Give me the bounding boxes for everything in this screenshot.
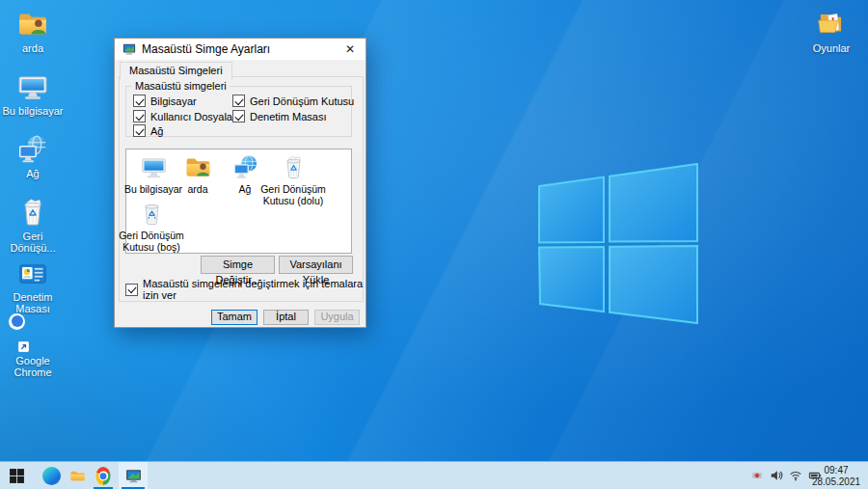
desktop-icon-recycle-bin[interactable]: Geri Dönüşü... (0, 196, 66, 254)
desktop-icon-network[interactable]: Ağ (0, 133, 66, 179)
checkbox-allow-themes[interactable]: Masaüstü simgelerini değiştirmek için te… (125, 278, 366, 301)
checkbox-label: Bilgisayar (150, 95, 197, 107)
checkbox-recycle-bin[interactable]: Geri Dönüşüm Kutusu (232, 95, 354, 107)
desktop-icon-label: Geri Dönüşü... (10, 231, 55, 254)
checkbox-box[interactable] (232, 95, 245, 107)
checkbox-label: Kullanıcı Dosyaları (150, 111, 239, 122)
windows-start-icon (9, 468, 25, 484)
desktop-icon-oyunlar[interactable]: Oyunlar (799, 8, 864, 54)
clock-date: 28.05.2021 (808, 476, 864, 488)
checkbox-label: Geri Dönüşüm Kutusu (250, 95, 354, 107)
group-label: Masaüstü simgeleri (132, 80, 230, 92)
checkbox-computer[interactable]: Bilgisayar (133, 95, 197, 107)
display-settings-icon (125, 468, 142, 484)
tab-desktop-icons[interactable]: Masaüstü Simgeleri (120, 62, 232, 79)
recycle-bin-full-icon (16, 196, 49, 229)
close-icon[interactable]: ✕ (335, 39, 366, 60)
change-icon-button[interactable]: Simge Değiştir... (201, 256, 275, 274)
desktop-icon-arda[interactable]: arda (0, 8, 66, 54)
desktop-icon-label: Oyunlar (813, 42, 851, 54)
volume-icon[interactable] (770, 469, 783, 482)
desktop-icon-label: Ağ (26, 168, 39, 179)
preview-icon-recycle-empty[interactable]: Geri Dönüşüm Kutusu (boş) (119, 200, 184, 253)
desktop-icon-settings-dialog: Masaüstü Simge Ayarları ✕ Masaüstü Simge… (114, 38, 366, 328)
ok-button[interactable]: Tamam (211, 310, 258, 325)
display-settings-icon (122, 42, 136, 56)
taskbar-clock[interactable]: 09:47 28.05.2021 (808, 465, 864, 487)
checkbox-box[interactable] (133, 95, 146, 107)
icon-preview-box: Bu bilgisayar arda Ağ Geri Dönüşüm Kutus… (125, 149, 352, 254)
start-button[interactable] (4, 462, 29, 489)
taskbar: 09:47 28.05.2021 (0, 461, 868, 489)
edge-icon (42, 467, 61, 485)
desktop-icon-control-panel[interactable]: Denetim Masası (0, 258, 66, 314)
chrome-icon (95, 466, 110, 484)
desktop: arda Bu bilgisayar Ağ Geri Dönüşü... Den… (0, 0, 868, 489)
checkbox-box[interactable] (232, 110, 245, 122)
taskbar-settings-window-button[interactable] (119, 462, 148, 489)
preview-label: arda (187, 184, 207, 196)
tray-status-icon[interactable] (750, 469, 764, 482)
desktop-icon-label: arda (22, 42, 43, 54)
desktop-icon-this-pc[interactable]: Bu bilgisayar (0, 70, 66, 117)
taskbar-explorer-button[interactable] (65, 462, 90, 489)
preview-label: Geri Dönüşüm Kutusu (boş) (119, 231, 184, 253)
desktop-icon-chrome[interactable]: Google Chrome (0, 321, 66, 378)
control-panel-icon (19, 264, 46, 285)
network-icon (231, 153, 259, 181)
user-folder-icon (184, 153, 212, 181)
checkbox-network[interactable]: Ağ (133, 124, 163, 137)
shortcut-arrow-icon (18, 341, 29, 352)
preview-label: Ağ (239, 184, 252, 196)
recycle-bin-empty-icon (138, 200, 166, 228)
checkbox-label: Masaüstü simgelerini değiştirmek için te… (143, 278, 366, 301)
checkbox-label: Ağ (150, 125, 163, 137)
dialog-titlebar[interactable]: Masaüstü Simge Ayarları (115, 39, 366, 60)
apply-button[interactable]: Uygula (314, 310, 360, 325)
checkbox-box[interactable] (125, 284, 138, 296)
cancel-button[interactable]: İptal (263, 310, 309, 325)
open-folder-icon (815, 8, 848, 41)
windows-logo (526, 154, 709, 333)
network-icon (16, 133, 49, 166)
desktop-icon-label: Google Chrome (14, 355, 51, 378)
file-explorer-icon (69, 468, 86, 484)
checkbox-box[interactable] (133, 124, 146, 137)
checkbox-user-files[interactable]: Kullanıcı Dosyaları (133, 110, 239, 122)
wifi-icon[interactable] (789, 469, 802, 482)
taskbar-chrome-button[interactable] (91, 462, 116, 489)
computer-icon (16, 70, 49, 103)
checkbox-label: Denetim Masası (250, 111, 326, 122)
chrome-icon (17, 321, 49, 353)
preview-icon-recycle-full[interactable]: Geri Dönüşüm Kutusu (dolu) (260, 153, 326, 206)
preview-label: Geri Dönüşüm Kutusu (dolu) (260, 184, 326, 206)
checkbox-control-panel[interactable]: Denetim Masası (232, 110, 326, 122)
computer-icon (140, 153, 168, 181)
recycle-bin-full-icon (280, 153, 308, 181)
restore-defaults-button[interactable]: Varsayılanı Yükle (279, 256, 353, 274)
user-folder-icon (16, 8, 49, 41)
desktop-icon-label: Denetim Masası (14, 291, 53, 314)
clock-time: 09:47 (808, 465, 864, 476)
dialog-title: Masaüstü Simge Ayarları (142, 42, 270, 56)
desktop-icon-label: Bu bilgisayar (3, 105, 64, 117)
taskbar-edge-button[interactable] (39, 462, 64, 489)
checkbox-box[interactable] (133, 110, 146, 122)
